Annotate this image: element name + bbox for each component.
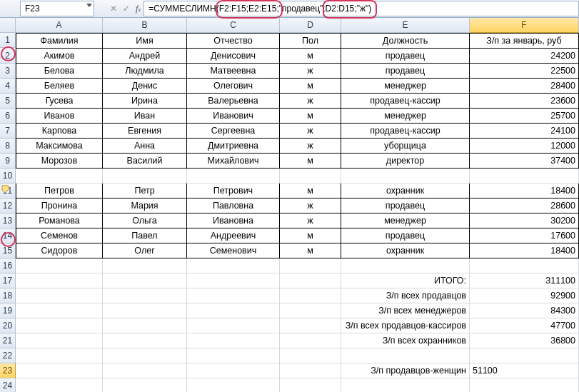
cell-C17[interactable] bbox=[187, 273, 280, 288]
cell-B5[interactable]: Ирина bbox=[103, 94, 187, 109]
cell-C4[interactable]: Олегович bbox=[187, 79, 280, 94]
row-header-18[interactable]: 18 bbox=[0, 288, 16, 303]
cell-A22[interactable] bbox=[16, 348, 103, 363]
cell-E3[interactable]: продавец bbox=[341, 64, 470, 79]
cell-C15[interactable]: Семенович bbox=[187, 243, 280, 258]
cell-B4[interactable]: Денис bbox=[103, 79, 187, 94]
cell-E15[interactable]: охранник bbox=[341, 243, 470, 258]
row-header-21[interactable]: 21 bbox=[0, 333, 16, 348]
row-header-13[interactable]: 13 bbox=[0, 213, 16, 228]
cell-A15[interactable]: Сидоров bbox=[16, 243, 103, 258]
cell-E7[interactable]: продавец-кассир bbox=[341, 124, 470, 139]
cell-B12[interactable]: Мария bbox=[103, 198, 187, 213]
select-all-corner[interactable] bbox=[0, 18, 16, 33]
cell-C8[interactable]: Дмитриевна bbox=[187, 139, 280, 154]
cell-D16[interactable] bbox=[280, 258, 341, 273]
smart-tag-icon[interactable] bbox=[1, 185, 10, 194]
cell-A5[interactable]: Гусева bbox=[16, 94, 103, 109]
cell-F17[interactable]: 311100 bbox=[470, 273, 579, 288]
cell-F4[interactable]: 28400 bbox=[470, 79, 579, 94]
row-header-7[interactable]: 7 bbox=[0, 124, 16, 139]
cell-D6[interactable]: м bbox=[280, 109, 341, 124]
cell-D7[interactable]: ж bbox=[280, 124, 341, 139]
cell-C13[interactable]: Ивановна bbox=[187, 213, 280, 228]
cell-A17[interactable] bbox=[16, 273, 103, 288]
name-box[interactable]: F23 bbox=[20, 1, 94, 16]
spreadsheet-grid[interactable]: ABCDEF1ФамилияИмяОтчествоПолДолжностьЗ/п… bbox=[0, 18, 579, 392]
cell-E12[interactable]: продавец bbox=[341, 198, 470, 213]
cell-E22[interactable] bbox=[341, 348, 470, 363]
cell-D11[interactable]: м bbox=[280, 184, 341, 198]
cell-F15[interactable]: 18400 bbox=[470, 243, 579, 258]
cell-F10[interactable] bbox=[470, 169, 579, 184]
row-header-9[interactable]: 9 bbox=[0, 154, 16, 169]
cell-C23[interactable] bbox=[187, 363, 280, 378]
cell-C2[interactable]: Денисович bbox=[187, 49, 280, 64]
cell-C9[interactable]: Михайлович bbox=[187, 154, 280, 169]
cell-D8[interactable]: ж bbox=[280, 139, 341, 154]
cell-A11[interactable]: Петров bbox=[16, 184, 103, 198]
cell-F6[interactable]: 25700 bbox=[470, 109, 579, 124]
cell-A19[interactable] bbox=[16, 303, 103, 318]
row-header-1[interactable]: 1 bbox=[0, 33, 16, 48]
cell-F2[interactable]: 24200 bbox=[470, 49, 579, 64]
cell-A24[interactable] bbox=[16, 378, 103, 392]
cell-A6[interactable]: Иванов bbox=[16, 109, 103, 124]
row-header-19[interactable]: 19 bbox=[0, 303, 16, 318]
cell-A7[interactable]: Карпова bbox=[16, 124, 103, 139]
cell-E2[interactable]: продавец bbox=[341, 49, 470, 64]
cell-C6[interactable]: Иванович bbox=[187, 109, 280, 124]
cell-D24[interactable] bbox=[280, 378, 341, 392]
row-header-16[interactable]: 16 bbox=[0, 258, 16, 273]
row-header-11[interactable]: 11 bbox=[0, 184, 16, 198]
cell-F21[interactable]: 36800 bbox=[470, 333, 579, 348]
cell-E13[interactable]: менеджер bbox=[341, 213, 470, 228]
cell-F5[interactable]: 23600 bbox=[470, 94, 579, 109]
cell-E20[interactable]: З/п всех продавцов-кассиров bbox=[341, 318, 470, 333]
cell-A20[interactable] bbox=[16, 318, 103, 333]
header-cell-E[interactable]: Должность bbox=[341, 33, 470, 49]
row-header-22[interactable]: 22 bbox=[0, 348, 16, 363]
row-header-4[interactable]: 4 bbox=[0, 79, 16, 94]
cell-E18[interactable]: З/п всех продавцов bbox=[341, 288, 470, 303]
cell-A12[interactable]: Пронина bbox=[16, 198, 103, 213]
cell-F18[interactable]: 92900 bbox=[470, 288, 579, 303]
row-header-14[interactable]: 14 bbox=[0, 228, 16, 243]
cell-B8[interactable]: Анна bbox=[103, 139, 187, 154]
cell-D17[interactable] bbox=[280, 273, 341, 288]
name-box-dropdown-icon[interactable] bbox=[86, 4, 92, 7]
header-cell-F[interactable]: З/п за январь, руб bbox=[470, 33, 579, 49]
cell-A18[interactable] bbox=[16, 288, 103, 303]
cell-D20[interactable] bbox=[280, 318, 341, 333]
cell-B14[interactable]: Павел bbox=[103, 228, 187, 243]
cell-B20[interactable] bbox=[103, 318, 187, 333]
cell-B13[interactable]: Ольга bbox=[103, 213, 187, 228]
cell-C11[interactable]: Петрович bbox=[187, 184, 280, 198]
cell-B23[interactable] bbox=[103, 363, 187, 378]
cell-E19[interactable]: З/п всех менеджеров bbox=[341, 303, 470, 318]
row-header-10[interactable]: 10 bbox=[0, 169, 16, 184]
col-header-E[interactable]: E bbox=[341, 18, 470, 33]
cell-D15[interactable]: м bbox=[280, 243, 341, 258]
cell-F7[interactable]: 24100 bbox=[470, 124, 579, 139]
row-header-5[interactable]: 5 bbox=[0, 94, 16, 109]
cell-F19[interactable]: 84300 bbox=[470, 303, 579, 318]
cell-B6[interactable]: Иван bbox=[103, 109, 187, 124]
cell-C20[interactable] bbox=[187, 318, 280, 333]
cell-F24[interactable] bbox=[470, 378, 579, 392]
cell-B18[interactable] bbox=[103, 288, 187, 303]
cell-B2[interactable]: Андрей bbox=[103, 49, 187, 64]
cell-B16[interactable] bbox=[103, 258, 187, 273]
cell-F13[interactable]: 30200 bbox=[470, 213, 579, 228]
row-header-15[interactable]: 15 bbox=[0, 243, 16, 258]
cell-D2[interactable]: м bbox=[280, 49, 341, 64]
cell-E4[interactable]: менеджер bbox=[341, 79, 470, 94]
cell-C5[interactable]: Валерьевна bbox=[187, 94, 280, 109]
col-header-A[interactable]: A bbox=[16, 18, 103, 33]
cell-E9[interactable]: директор bbox=[341, 154, 470, 169]
cell-B24[interactable] bbox=[103, 378, 187, 392]
row-header-20[interactable]: 20 bbox=[0, 318, 16, 333]
cell-E11[interactable]: охранник bbox=[341, 184, 470, 198]
cell-D22[interactable] bbox=[280, 348, 341, 363]
cell-B17[interactable] bbox=[103, 273, 187, 288]
